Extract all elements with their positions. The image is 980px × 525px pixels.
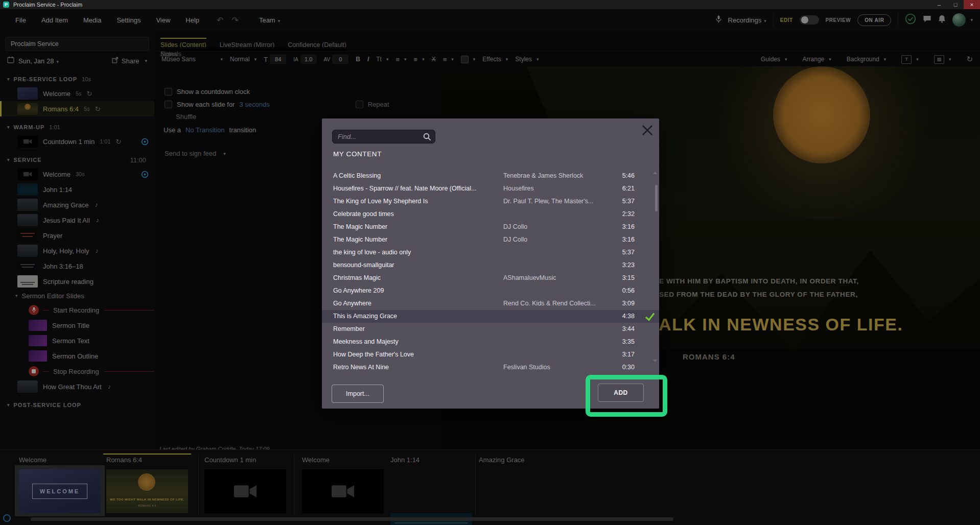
slide-duration-link[interactable]: 3 seconds xyxy=(239,101,269,108)
font-style-dropdown[interactable]: Normal▾ xyxy=(230,56,256,63)
list-item[interactable]: Go Anywhere 2090:56 xyxy=(322,284,659,297)
text-case-dropdown[interactable]: Tt▾ xyxy=(376,56,388,63)
account-menu[interactable]: ▾ xyxy=(952,13,973,27)
filmstrip-scrollbar[interactable] xyxy=(31,517,673,521)
scroll-down-icon[interactable] xyxy=(653,360,657,362)
bullet-list-dropdown[interactable]: ≡▾ xyxy=(395,56,406,63)
minimize-button[interactable]: – xyxy=(931,0,947,9)
countdown-clock-checkbox[interactable] xyxy=(165,88,172,96)
service-item-how-great-thou-art[interactable]: How Great Thou Art♪ xyxy=(0,379,154,394)
list-item[interactable]: Remember3:44 xyxy=(322,323,659,336)
list-item[interactable]: bensound-smallguitar3:23 xyxy=(322,259,659,272)
list-scrollbar[interactable] xyxy=(655,185,658,211)
service-item-welcome-loop[interactable]: Welcome5s↻ xyxy=(0,86,154,101)
list-item[interactable]: the king of love - audio only5:37 xyxy=(322,246,659,259)
letter-spacing-stepper[interactable]: AV0 xyxy=(324,55,349,64)
scroll-up-icon[interactable] xyxy=(653,172,657,174)
reset-slide-icon[interactable]: ↻ xyxy=(966,55,973,64)
sign-feed-dropdown[interactable]: Send to sign feed▾ xyxy=(165,150,226,157)
service-item-countdown[interactable]: Countdown 1 min1:01↻ xyxy=(0,134,154,149)
preview-eye-icon[interactable] xyxy=(141,138,149,147)
insert-textbox-button[interactable]: T▾ xyxy=(901,55,919,64)
list-item[interactable]: Housefires - Sparrow // feat. Nate Moore… xyxy=(322,182,659,195)
insert-image-button[interactable]: ▨▾ xyxy=(934,55,951,64)
chat-icon[interactable] xyxy=(923,15,931,25)
bold-button[interactable]: B xyxy=(356,56,360,63)
list-item[interactable]: Christmas MagicAShamaluevMusic3:15 xyxy=(322,272,659,284)
service-item-holy-holy-holy[interactable]: Holy, Holy, Holy♪ xyxy=(0,243,154,258)
menu-settings[interactable]: Settings xyxy=(116,16,141,24)
close-icon[interactable] xyxy=(641,124,654,137)
filmstrip-thumb-countdown[interactable] xyxy=(204,469,286,513)
edit-preview-toggle[interactable] xyxy=(800,15,819,25)
list-item[interactable]: Retro News At NineFeslivan Studios0:30 xyxy=(322,361,659,370)
service-item-john-3-16-18[interactable]: John 3:16–18 xyxy=(0,258,154,274)
transition-link[interactable]: No Transition xyxy=(185,126,225,134)
numbered-list-dropdown[interactable]: ≡▾ xyxy=(414,56,425,63)
repeat-checkbox[interactable] xyxy=(356,101,363,108)
service-item-jesus-paid-it-all[interactable]: Jesus Paid It All♪ xyxy=(0,212,154,228)
list-item[interactable]: A Celtic BlessingTenebrae & James Sherlo… xyxy=(322,170,659,182)
service-name-field[interactable]: Proclaim Service xyxy=(5,37,149,51)
service-item-start-recording[interactable]: Start Recording xyxy=(0,302,154,318)
on-air-button[interactable]: ON AIR xyxy=(857,14,891,26)
redo-icon[interactable]: ↷ xyxy=(232,15,239,25)
font-size-stepper[interactable]: T84 xyxy=(264,55,286,64)
arrange-dropdown[interactable]: Arrange▾ xyxy=(803,56,831,63)
service-item-sermon-text[interactable]: Sermon Text xyxy=(0,333,154,348)
check-circle-icon[interactable] xyxy=(905,13,916,27)
tab-confidence-default[interactable]: Confidence (Default) xyxy=(288,38,346,49)
list-item[interactable]: Celebrate good times2:32 xyxy=(322,208,659,221)
list-item-selected[interactable]: This is Amazing Grace4:38 xyxy=(322,310,659,323)
service-item-john-1-14[interactable]: John 1:14 xyxy=(0,182,154,197)
list-item[interactable]: Meekness and Majesty3:35 xyxy=(322,336,659,348)
search-input[interactable] xyxy=(332,130,435,144)
group-sermon-editor-slides[interactable]: ▾Sermon Editor Slides xyxy=(0,289,154,302)
list-item[interactable]: How Deep the Father's Love3:17 xyxy=(322,348,659,361)
service-item-sermon-title[interactable]: Sermon Title xyxy=(0,318,154,333)
team-menu[interactable]: Team▾ xyxy=(259,16,280,24)
section-post-service-loop[interactable]: ▾POST-SERVICE LOOP xyxy=(0,398,154,412)
font-family-dropdown[interactable]: Museo Sans▾ xyxy=(161,56,223,63)
list-item[interactable]: The King of Love My Shepherd IsDr. Paul … xyxy=(322,195,659,208)
styles-dropdown[interactable]: Styles▾ xyxy=(515,56,539,63)
share-button[interactable]: Share▾ xyxy=(112,57,147,65)
text-color-dropdown[interactable]: ▾ xyxy=(461,56,476,63)
menu-media[interactable]: Media xyxy=(83,16,101,24)
alignment-dropdown[interactable]: ≡▾ xyxy=(443,56,454,63)
service-item-romans-6-4[interactable]: Romans 6:45s↻ xyxy=(0,101,154,116)
service-item-sermon-outline[interactable]: Sermon Outline xyxy=(0,348,154,364)
section-service[interactable]: ▾SERVICE11:00 xyxy=(0,153,154,166)
service-item-welcome-video[interactable]: Welcome30s xyxy=(0,166,154,182)
undo-icon[interactable]: ↶ xyxy=(217,15,223,25)
slide-duration-checkbox[interactable] xyxy=(165,101,172,108)
line-spacing-stepper[interactable]: IA1.0 xyxy=(293,55,316,64)
service-date-dropdown[interactable]: Sun, Jan 28▾ xyxy=(18,57,59,65)
preview-eye-icon[interactable] xyxy=(141,171,149,180)
recordings-menu[interactable]: Recordings▾ xyxy=(728,16,766,24)
section-pre-service-loop[interactable]: ▾PRE-SERVICE LOOP10s xyxy=(0,73,154,86)
filmstrip-thumb-welcome-video[interactable] xyxy=(302,469,384,513)
import-button[interactable]: Import... xyxy=(332,385,384,403)
bell-icon[interactable] xyxy=(938,15,946,25)
service-item-stop-recording[interactable]: Stop Recording xyxy=(0,364,154,379)
tab-slides-content[interactable]: Slides (Content) xyxy=(160,38,206,49)
shuffle-option[interactable]: Shuffle xyxy=(176,113,196,121)
menu-add-item[interactable]: Add Item xyxy=(41,16,68,24)
strikethrough-button[interactable]: X xyxy=(432,56,436,63)
list-item[interactable]: The Magic NumberDJ Collo3:16 xyxy=(322,233,659,246)
section-warm-up[interactable]: ▾WARM-UP1:01 xyxy=(0,121,154,134)
guides-dropdown[interactable]: Guides▾ xyxy=(761,56,787,63)
service-item-scripture-reading[interactable]: Scripture reading xyxy=(0,274,154,289)
close-button[interactable]: × xyxy=(964,0,980,9)
menu-file[interactable]: File xyxy=(15,16,26,24)
list-item[interactable]: Go AnywhereRend Co. Kids & Rend Collecti… xyxy=(322,297,659,310)
filmstrip-thumb-romans[interactable]: WE TOO MIGHT WALK IN NEWNESS OF LIFE. RO… xyxy=(106,469,188,513)
menu-help[interactable]: Help xyxy=(185,16,199,24)
list-item[interactable]: The Magic NumberDJ Collo3:16 xyxy=(322,221,659,233)
tab-livestream-mirror[interactable]: LiveStream (Mirror) xyxy=(220,38,275,49)
service-item-amazing-grace[interactable]: Amazing Grace♪ xyxy=(0,197,154,212)
filmstrip-thumb-welcome[interactable]: WELCOME xyxy=(19,469,101,513)
maximize-button[interactable]: □ xyxy=(947,0,964,9)
add-button[interactable]: ADD xyxy=(598,384,644,402)
